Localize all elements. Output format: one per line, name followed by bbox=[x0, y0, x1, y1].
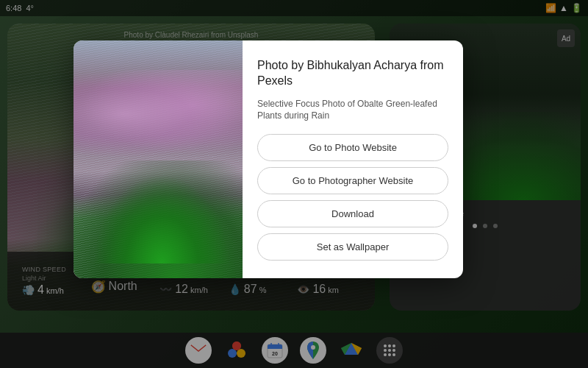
set-as-wallpaper-button[interactable]: Set as Wallpaper bbox=[257, 233, 448, 261]
download-button[interactable]: Download bbox=[257, 200, 448, 227]
photo-modal: Photo by Bibhukalyan Acharya from Pexels… bbox=[74, 40, 463, 278]
modal-buttons: Go to Photo Website Go to Photographer W… bbox=[257, 134, 448, 261]
go-to-photographer-website-button[interactable]: Go to Photographer Website bbox=[257, 167, 448, 194]
modal-description: Selective Focus Photo of Obalte Green-le… bbox=[257, 98, 448, 123]
go-to-photo-website-button[interactable]: Go to Photo Website bbox=[257, 134, 448, 161]
modal-title: Photo by Bibhukalyan Acharya from Pexels bbox=[257, 58, 448, 89]
modal-content: Photo by Bibhukalyan Acharya from Pexels… bbox=[243, 40, 463, 278]
modal-overlay[interactable]: Photo by Bibhukalyan Acharya from Pexels… bbox=[0, 0, 588, 368]
modal-image bbox=[74, 40, 243, 278]
